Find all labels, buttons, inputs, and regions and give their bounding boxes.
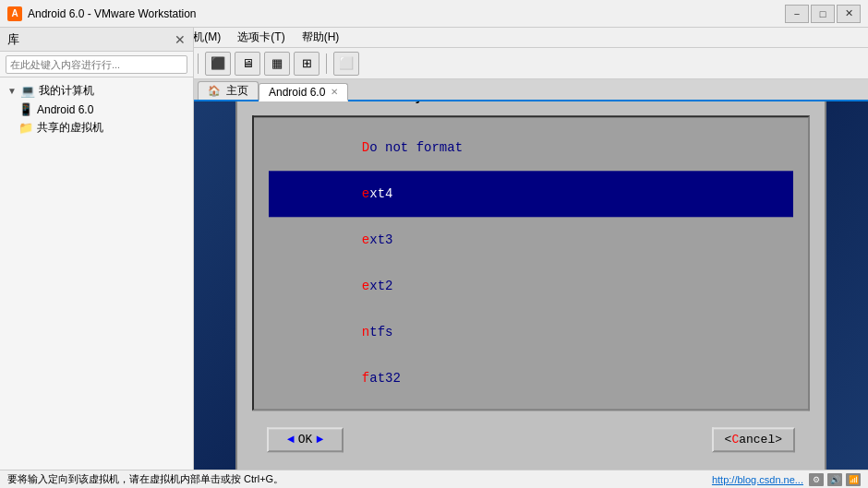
tab-android[interactable]: Android 6.0 ✕ (259, 83, 348, 101)
tree-android-label: Android 6.0 (37, 103, 93, 116)
sidebar-item-shared-vm[interactable]: 📁 共享的虚拟机 (0, 118, 193, 137)
vm-background: Choose filesystem Please select a filesy… (194, 101, 868, 470)
menu-tab[interactable]: 选项卡(T) (230, 28, 292, 47)
sidebar-search-input[interactable] (6, 55, 187, 74)
status-hint: 要将输入定向到该虚拟机，请在虚拟机内部单击或按 Ctrl+G。 (7, 472, 283, 486)
fs-item-fat32[interactable]: fat32 (269, 355, 793, 401)
toolbar-sep-3 (326, 54, 327, 74)
fs-item-ext3[interactable]: ext3 (269, 217, 793, 263)
minimize-button[interactable]: − (785, 5, 809, 23)
tab-android-label: Android 6.0 (269, 86, 325, 99)
multimon-btn[interactable]: ▦ (264, 52, 290, 76)
fs-item-do-not-format[interactable]: Do not format (269, 125, 793, 171)
tab-bar: 🏠 主页 Android 6.0 ✕ (194, 79, 868, 101)
status-right: http://blog.csdn.ne... ⚙ 🔊 📶 (712, 473, 861, 486)
usb-btn[interactable]: ⬜ (333, 52, 359, 76)
status-icon-3: 📶 (846, 473, 861, 486)
menu-help[interactable]: 帮助(H) (295, 28, 347, 47)
cancel-rest: ancel> (739, 433, 782, 446)
fit-btn[interactable]: ⊞ (294, 52, 319, 76)
window-title: Android 6.0 - VMware Workstation (28, 7, 785, 20)
tree-my-computer-label: 我的计算机 (39, 83, 94, 99)
tab-home[interactable]: 🏠 主页 (198, 81, 259, 100)
ok-left-arrow: ◄ (287, 433, 295, 446)
fs-item-ntfs[interactable]: ntfs (269, 309, 793, 355)
window-controls: − □ ✕ (785, 5, 861, 23)
shared-icon: 📁 (18, 121, 33, 135)
fs-highlight-d: D (362, 140, 369, 155)
sidebar-search-container (0, 52, 193, 77)
fs-rest-ntfs: tfs (369, 325, 392, 339)
fs-rest-fat32: at32 (369, 371, 401, 386)
fs-highlight-n: n (362, 325, 369, 339)
toolbar-sep-2 (198, 54, 199, 74)
fs-item-ext2[interactable]: ext2 (269, 263, 793, 309)
status-icons: ⚙ 🔊 📶 (809, 473, 861, 486)
status-icon-1: ⚙ (809, 473, 824, 486)
computer-icon: 💻 (20, 84, 35, 98)
fs-rest-do-not-format: o not format (369, 140, 463, 155)
sidebar-title: 库 (7, 31, 19, 48)
sidebar: 库 ✕ ▼ 💻 我的计算机 📱 Android 6.0 📁 共享的虚拟机 (0, 28, 194, 470)
dialog-buttons: ◄ OK ► <Cancel> (252, 418, 810, 461)
filesystem-list[interactable]: Do not format ext4 ext3 ext2 (252, 115, 810, 411)
vm-icon: 📱 (18, 102, 33, 116)
sidebar-item-android[interactable]: 📱 Android 6.0 (0, 101, 193, 118)
fs-rest-ext4: xt4 (369, 186, 392, 201)
dialog-prompt: Please select a filesystem to format sda… (252, 101, 810, 104)
sidebar-header: 库 ✕ (0, 28, 193, 52)
ok-right-arrow: ► (316, 433, 323, 446)
fs-highlight-e3: e (362, 279, 369, 293)
sidebar-item-my-computer[interactable]: ▼ 💻 我的计算机 (0, 81, 193, 101)
tree-shared-label: 共享的虚拟机 (37, 120, 103, 136)
maximize-button[interactable]: □ (811, 5, 835, 23)
status-icon-2: 🔊 (827, 473, 842, 486)
ok-label: OK (298, 433, 313, 446)
fs-rest-ext3: xt3 (369, 232, 392, 247)
tab-close-icon[interactable]: ✕ (331, 87, 338, 97)
app-icon: A (7, 6, 22, 21)
tab-home-label: 主页 (226, 83, 248, 99)
status-bar: 要将输入定向到该虚拟机，请在虚拟机内部单击或按 Ctrl+G。 http://b… (0, 470, 868, 488)
display-btn[interactable]: 🖥 (235, 52, 260, 76)
title-bar: A Android 6.0 - VMware Workstation − □ ✕ (0, 0, 868, 28)
tree-arrow-icon: ▼ (7, 86, 17, 96)
filesystem-dialog: Choose filesystem Please select a filesy… (235, 101, 826, 470)
dialog-cancel-button[interactable]: <Cancel> (712, 427, 795, 452)
dialog-content: Please select a filesystem to format sda… (237, 101, 825, 470)
home-icon: 🏠 (208, 85, 221, 97)
fs-highlight-e1: e (362, 186, 369, 201)
vm-display[interactable]: Choose filesystem Please select a filesy… (194, 101, 868, 470)
fullscreen-btn[interactable]: ⬛ (205, 52, 231, 76)
sidebar-tree: ▼ 💻 我的计算机 📱 Android 6.0 📁 共享的虚拟机 (0, 77, 193, 470)
fs-item-ext4[interactable]: ext4 (269, 171, 793, 217)
status-link[interactable]: http://blog.csdn.ne... (712, 474, 803, 485)
sidebar-close-button[interactable]: ✕ (175, 32, 186, 47)
fs-highlight-e2: e (362, 232, 369, 247)
fs-highlight-f: f (362, 371, 369, 386)
close-button[interactable]: ✕ (837, 5, 861, 23)
dialog-ok-button[interactable]: ◄ OK ► (267, 427, 344, 452)
fs-rest-ext2: xt2 (369, 279, 392, 293)
